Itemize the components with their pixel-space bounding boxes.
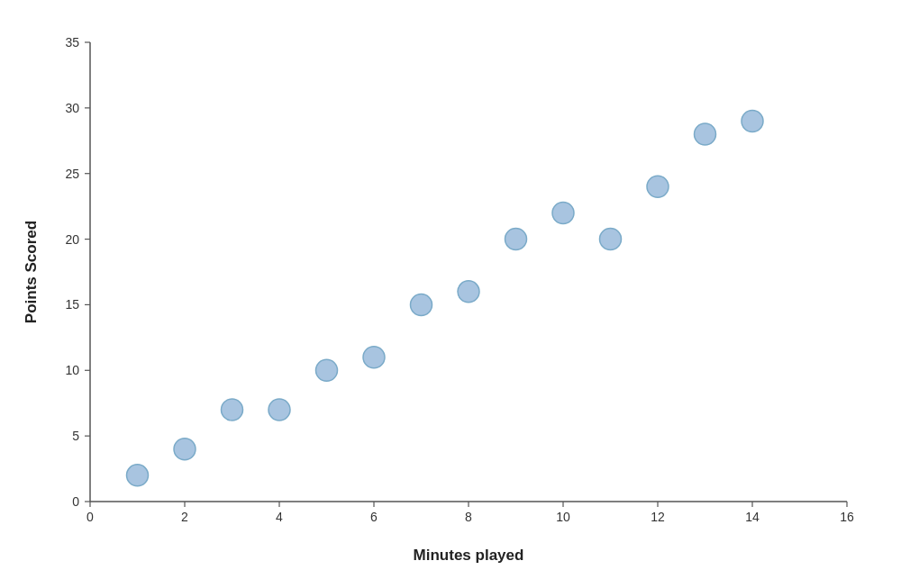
svg-text:15: 15: [65, 297, 79, 312]
chart-container: 024681012141605101520253035Minutes playe…: [18, 15, 883, 574]
data-point: [127, 464, 149, 485]
svg-text:30: 30: [65, 100, 79, 114]
svg-text:10: 10: [556, 510, 570, 524]
svg-text:25: 25: [65, 166, 79, 180]
data-point: [505, 228, 527, 249]
data-point: [316, 359, 338, 381]
svg-text:10: 10: [65, 363, 79, 377]
svg-text:12: 12: [651, 510, 665, 524]
data-point: [647, 176, 669, 197]
svg-text:6: 6: [370, 510, 378, 524]
data-point: [600, 228, 622, 249]
data-point: [174, 438, 196, 459]
data-point: [222, 399, 243, 421]
scatter-chart: 024681012141605101520253035Minutes playe…: [18, 15, 883, 574]
data-point: [411, 294, 432, 315]
svg-text:16: 16: [840, 510, 854, 524]
svg-text:5: 5: [72, 429, 79, 443]
data-point: [268, 399, 290, 421]
svg-text:35: 35: [65, 35, 79, 50]
svg-text:20: 20: [65, 231, 79, 246]
data-point: [458, 280, 479, 302]
svg-text:2: 2: [181, 510, 188, 524]
data-point: [695, 123, 716, 145]
data-point: [742, 110, 763, 131]
svg-text:0: 0: [86, 510, 94, 524]
data-point: [552, 202, 574, 223]
data-point: [363, 346, 385, 367]
y-axis-label: Points Scored: [23, 220, 40, 322]
svg-text:8: 8: [465, 510, 472, 524]
svg-text:14: 14: [745, 510, 760, 524]
svg-text:0: 0: [72, 494, 79, 509]
x-axis-label: Minutes played: [414, 547, 524, 564]
svg-text:4: 4: [276, 510, 283, 524]
